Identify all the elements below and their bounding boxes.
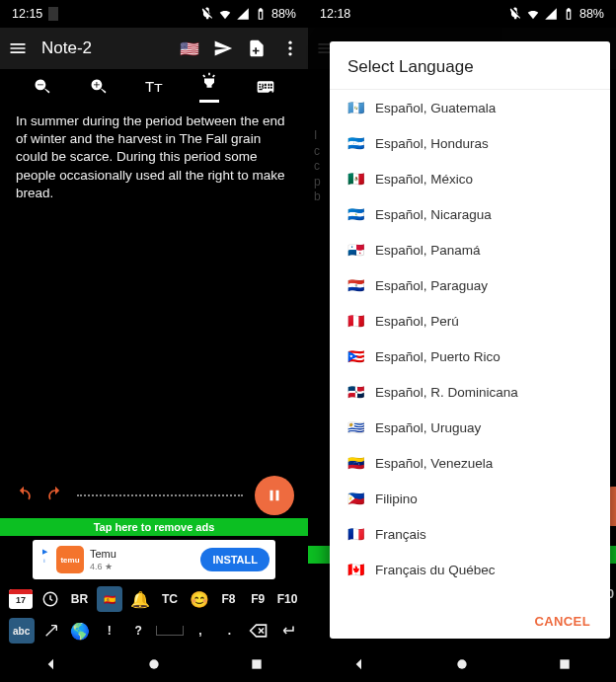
ad-container[interactable]: ▶i temu Temu4.6 ★ INSTALL [0,536,308,583]
br-key[interactable]: BR [67,586,91,612]
comma-key[interactable]: , [189,618,212,644]
remove-ads-banner[interactable]: Tap here to remove ads [0,518,308,536]
language-name: Français [375,527,426,542]
abc-key[interactable]: abc [9,618,35,644]
cancel-button[interactable]: CANCEL [534,614,590,629]
language-item[interactable]: 🇻🇪Español, Venezuela [330,445,610,481]
overflow-icon[interactable] [280,38,300,58]
language-name: Español, Honduras [375,136,489,151]
language-name: Español, México [375,172,473,187]
space-key[interactable] [156,626,184,636]
language-name: Español, Puerto Rico [375,349,500,364]
flag-key[interactable]: 🇪🇸 [97,586,122,612]
svg-point-0 [288,41,291,44]
flag-icon: 🇨🇦 [347,562,365,577]
status-time: 12:18 [320,7,350,21]
flag-icon: 🇫🇷 [347,526,365,542]
svg-rect-7 [560,659,569,668]
note-body[interactable]: In summer during the period between the … [0,105,308,518]
flag-icon: 🇬🇹 [347,100,365,115]
pause-button[interactable] [255,476,294,515]
globe-key[interactable]: 🌎 [68,618,92,644]
keyboard-icon[interactable] [256,77,275,97]
language-name: Français du Québec [375,563,496,577]
language-item[interactable]: 🇵🇭Filipino [330,481,610,516]
flag-icon: 🇭🇳 [347,135,365,151]
audio-timeline[interactable] [77,494,243,496]
language-item[interactable]: 🇬🇹Español, Guatemala [330,90,610,125]
ad-logo: temu [56,546,84,573]
language-item[interactable]: 🇫🇷Français [330,516,610,552]
battery-icon [254,7,268,21]
language-item[interactable]: 🇵🇦Español, Panamá [330,232,610,267]
status-bar: 12:18 88% [308,0,616,28]
status-notif-icon [48,7,58,21]
flag-icon: 🇵🇭 [347,491,365,506]
language-item[interactable]: 🇨🇦Français du Québec [330,552,610,587]
tc-key[interactable]: TC [158,586,182,612]
arrow-key[interactable] [39,618,63,644]
nav-recent-icon[interactable] [249,656,265,672]
clock-key[interactable] [38,586,62,612]
language-item[interactable]: 🇳🇮Español, Nicaragua [330,196,610,232]
exclaim-key[interactable]: ! [98,618,121,644]
enter-key[interactable] [275,618,299,644]
svg-point-4 [149,659,158,668]
nav-recent-icon[interactable] [557,656,573,672]
flag-icon: 🇩🇴 [347,384,365,400]
flag-icon: 🇺🇾 [347,419,365,435]
flag-icon: 🇵🇾 [347,277,365,293]
app-bar: Note-2 🇺🇸 [0,28,308,69]
language-item[interactable]: 🇺🇾Español, Uruguay [330,410,610,445]
undo-icon[interactable] [14,486,34,505]
language-item[interactable]: 🇵🇪Español, Perú [330,303,610,339]
language-item[interactable]: 🇩🇴Español, R. Dominicana [330,374,610,410]
calendar-key[interactable] [9,589,33,609]
question-key[interactable]: ? [126,618,150,644]
ad-badge-icon: ▶i [38,548,50,571]
battery-pct: 88% [271,7,296,21]
language-item[interactable]: 🇵🇾Español, Paraguay [330,267,610,303]
add-note-icon[interactable] [247,38,267,58]
signal-icon [544,7,558,21]
language-name: Español, Panamá [375,243,481,258]
f10-key[interactable]: F10 [275,586,299,612]
bell-key[interactable]: 🔔 [128,586,152,612]
nav-home-icon[interactable] [454,656,470,672]
menu-icon[interactable] [8,38,28,58]
language-name: Español, Uruguay [375,420,481,435]
emoji-key[interactable]: 😊 [188,586,211,612]
svg-point-1 [288,46,291,49]
zoom-out-icon[interactable] [33,77,52,97]
backspace-key[interactable] [247,618,270,644]
record-controls [0,473,308,518]
period-key[interactable]: . [217,618,241,644]
nav-back-icon[interactable] [351,656,367,672]
send-icon[interactable] [213,38,233,58]
flag-icon: 🇵🇷 [347,348,365,364]
nav-home-icon[interactable] [146,656,162,672]
flag-icon: 🇳🇮 [347,206,365,222]
flag-icon: 🇲🇽 [347,171,365,187]
battery-pct: 88% [579,7,604,21]
note-text: In summer during the period between the … [16,114,284,200]
redo-icon[interactable] [45,486,65,505]
language-item[interactable]: 🇵🇷Español, Puerto Rico [330,339,610,374]
highlight-icon[interactable] [199,71,219,103]
ad-install-button[interactable]: INSTALL [200,548,270,571]
language-flag[interactable]: 🇺🇸 [180,39,199,58]
language-list[interactable]: 🇬🇹Español, Guatemala🇭🇳Español, Honduras🇲… [330,90,610,604]
status-time: 12:15 [12,7,42,21]
signal-icon [236,7,250,21]
language-item[interactable]: 🇭🇳Español, Honduras [330,125,610,161]
language-item[interactable]: 🇲🇽Español, México [330,161,610,196]
screen-left: 12:15 88% Note-2 🇺🇸 Tᴛ In summer during … [0,0,308,682]
zoom-in-icon[interactable] [89,77,109,97]
text-format-icon[interactable]: Tᴛ [145,78,163,96]
wifi-icon [218,7,232,21]
f9-key[interactable]: F9 [246,586,270,612]
nav-back-icon[interactable] [43,656,59,672]
ad-text: Temu4.6 ★ [90,548,194,572]
tool-row: Tᴛ [0,69,308,105]
f8-key[interactable]: F8 [216,586,240,612]
